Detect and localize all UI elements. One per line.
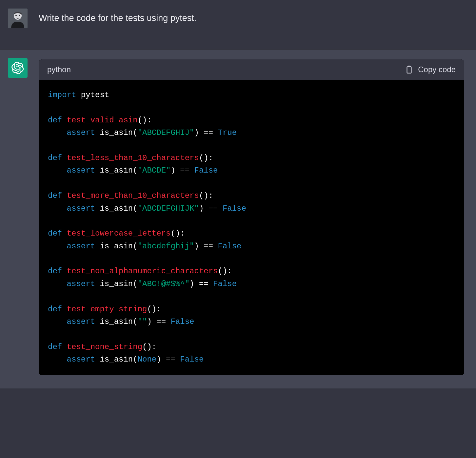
assistant-message-row: python Copy code import pytest def test_… bbox=[0, 50, 476, 388]
code-block: python Copy code import pytest def test_… bbox=[39, 59, 464, 375]
code-content[interactable]: import pytest def test_valid_asin(): ass… bbox=[39, 80, 464, 375]
svg-point-3 bbox=[19, 15, 20, 16]
copy-code-label: Copy code bbox=[418, 65, 456, 74]
code-block-header: python Copy code bbox=[39, 59, 464, 80]
copy-code-button[interactable]: Copy code bbox=[405, 65, 456, 74]
user-avatar-image bbox=[8, 9, 28, 28]
clipboard-icon bbox=[405, 65, 413, 74]
svg-rect-4 bbox=[407, 67, 411, 73]
user-message-text: Write the code for the tests using pytes… bbox=[39, 9, 196, 25]
user-message-row: Write the code for the tests using pytes… bbox=[0, 0, 476, 50]
code-language-label: python bbox=[47, 65, 71, 74]
openai-logo-icon bbox=[11, 62, 24, 74]
user-avatar bbox=[8, 9, 28, 28]
svg-point-2 bbox=[15, 15, 17, 16]
assistant-avatar bbox=[8, 58, 28, 78]
